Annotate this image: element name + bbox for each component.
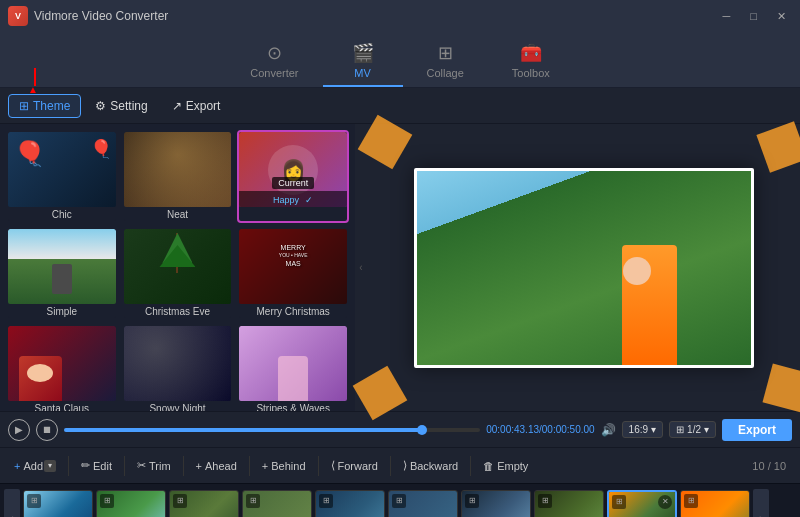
behind-button[interactable]: + Behind bbox=[254, 456, 314, 476]
progress-bar[interactable] bbox=[64, 428, 480, 432]
theme-neat-label: Neat bbox=[124, 207, 232, 221]
theme-panel: 🎈 🎈 Chic Neat bbox=[0, 124, 355, 411]
timeline-clip-9[interactable]: ⊞ 00:05 ✕ ▶ ⚙ ⏱ bbox=[607, 490, 677, 518]
ratio-select[interactable]: 16:9 ▾ bbox=[622, 421, 663, 438]
clip-count: 10 / 10 bbox=[752, 460, 794, 472]
clip-icon-3: ⊞ bbox=[173, 494, 187, 508]
app-icon: V bbox=[8, 6, 28, 26]
maximize-button[interactable]: □ bbox=[744, 8, 763, 24]
play-icon: ▶ bbox=[15, 424, 23, 435]
progress-knob[interactable] bbox=[417, 425, 427, 435]
separator-1 bbox=[68, 456, 69, 476]
theme-simple-label: Simple bbox=[8, 304, 116, 318]
sub-toolbar: ⊞ Theme ⚙ Setting ↗ Export ▲ bbox=[0, 88, 800, 124]
timeline-clip-6[interactable]: ⊞ bbox=[388, 490, 458, 518]
forward-label: Forward bbox=[338, 460, 378, 472]
edit-button[interactable]: ✏ Edit bbox=[73, 455, 120, 476]
theme-chic[interactable]: 🎈 🎈 Chic bbox=[6, 130, 118, 223]
timeline-clip-2[interactable]: ⊞ bbox=[96, 490, 166, 518]
toolbox-icon: 🧰 bbox=[520, 42, 542, 64]
close-button[interactable]: ✕ bbox=[771, 8, 792, 25]
play-button[interactable]: ▶ bbox=[8, 419, 30, 441]
behind-label: Behind bbox=[271, 460, 305, 472]
ratio-value: 16:9 bbox=[629, 424, 648, 435]
backward-button[interactable]: ⟩ Backward bbox=[395, 455, 466, 476]
tab-collage[interactable]: ⊞ Collage bbox=[403, 36, 488, 87]
clip-icon-4: ⊞ bbox=[246, 494, 260, 508]
theme-stripes-waves-label: Stripes & Waves bbox=[239, 401, 347, 411]
setting-label: Setting bbox=[110, 99, 147, 113]
page-value: 1/2 bbox=[687, 424, 701, 435]
theme-happy-label bbox=[239, 207, 347, 210]
export-button-main[interactable]: Export bbox=[722, 419, 792, 441]
timeline-clip-1[interactable]: ⊞ bbox=[23, 490, 93, 518]
tab-mv-label: MV bbox=[354, 67, 371, 79]
theme-happy[interactable]: 👩 Current Happy ✓ bbox=[237, 130, 349, 223]
tab-mv[interactable]: 🎬 MV bbox=[323, 36, 403, 87]
separator-6 bbox=[390, 456, 391, 476]
separator-2 bbox=[124, 456, 125, 476]
volume-icon[interactable]: 🔊 bbox=[601, 423, 616, 437]
clip-icon-8: ⊞ bbox=[538, 494, 552, 508]
setting-button[interactable]: ⚙ Setting bbox=[85, 95, 157, 117]
time-current: 00:00:43.13 bbox=[486, 424, 539, 435]
chevron-left-icon: ‹ bbox=[359, 262, 362, 273]
theme-grid: 🎈 🎈 Chic Neat bbox=[6, 130, 349, 411]
timeline-prev[interactable]: ‹ bbox=[4, 489, 20, 518]
theme-stripes-waves[interactable]: Stripes & Waves bbox=[237, 324, 349, 411]
trim-button[interactable]: ✂ Trim bbox=[129, 455, 179, 476]
ahead-label: Ahead bbox=[205, 460, 237, 472]
theme-neat[interactable]: Neat bbox=[122, 130, 234, 223]
empty-button[interactable]: 🗑 Empty bbox=[475, 456, 536, 476]
decorator-bottom-right bbox=[763, 364, 800, 413]
add-button[interactable]: + Add ▾ bbox=[6, 456, 64, 476]
main-content: 🎈 🎈 Chic Neat bbox=[0, 124, 800, 411]
add-dropdown-icon[interactable]: ▾ bbox=[44, 460, 56, 472]
timeline-clip-8[interactable]: ⊞ bbox=[534, 490, 604, 518]
trim-icon: ✂ bbox=[137, 459, 146, 472]
panel-divider[interactable]: ‹ bbox=[355, 124, 367, 411]
theme-button[interactable]: ⊞ Theme bbox=[8, 94, 81, 118]
timeline-clip-3[interactable]: ⊞ bbox=[169, 490, 239, 518]
tab-collage-label: Collage bbox=[427, 67, 464, 79]
timeline-clip-5[interactable]: ⊞ bbox=[315, 490, 385, 518]
theme-christmas-eve-label: Christmas Eve bbox=[124, 304, 232, 318]
timeline-clip-4[interactable]: ⊞ bbox=[242, 490, 312, 518]
add-label: Add bbox=[23, 460, 43, 472]
timeline-clip-10[interactable]: ⊞ bbox=[680, 490, 750, 518]
time-total: 00:00:50.00 bbox=[542, 424, 595, 435]
export-button-sub[interactable]: ↗ Export bbox=[162, 95, 231, 117]
stop-button[interactable]: ⏹ bbox=[36, 419, 58, 441]
page-select[interactable]: ⊞ 1/2 ▾ bbox=[669, 421, 716, 438]
title-bar-right: ─ □ ✕ bbox=[717, 8, 792, 25]
red-arrow-indicator: ▲ bbox=[28, 68, 38, 95]
timeline-next[interactable]: › bbox=[753, 489, 769, 518]
tab-toolbox[interactable]: 🧰 Toolbox bbox=[488, 36, 574, 87]
theme-label: Theme bbox=[33, 99, 70, 113]
theme-merry-christmas-label: Merry Christmas bbox=[239, 304, 347, 318]
theme-snowy-night-label: Snowy Night bbox=[124, 401, 232, 411]
timeline-clip-7[interactable]: ⊞ bbox=[461, 490, 531, 518]
empty-icon: 🗑 bbox=[483, 460, 494, 472]
title-bar-left: V Vidmore Video Converter bbox=[8, 6, 168, 26]
theme-santa-claus[interactable]: Santa Claus bbox=[6, 324, 118, 411]
tab-toolbox-label: Toolbox bbox=[512, 67, 550, 79]
minimize-button[interactable]: ─ bbox=[717, 8, 737, 24]
clip-icon-9: ⊞ bbox=[612, 495, 626, 509]
separator-7 bbox=[470, 456, 471, 476]
theme-snowy-night[interactable]: Snowy Night bbox=[122, 324, 234, 411]
page-icon: ⊞ bbox=[676, 424, 684, 435]
ahead-icon: + bbox=[196, 460, 202, 472]
converter-icon: ⊙ bbox=[267, 42, 282, 64]
forward-button[interactable]: ⟨ Forward bbox=[323, 455, 386, 476]
separator-4 bbox=[249, 456, 250, 476]
theme-icon: ⊞ bbox=[19, 99, 29, 113]
theme-merry-christmas[interactable]: MERRY YOU • HAVE MAS Merry Christmas bbox=[237, 227, 349, 320]
theme-christmas-eve[interactable]: Christmas Eve bbox=[122, 227, 234, 320]
clip-icon-2: ⊞ bbox=[100, 494, 114, 508]
ahead-button[interactable]: + Ahead bbox=[188, 456, 245, 476]
clip-delete-9[interactable]: ✕ bbox=[658, 495, 672, 509]
clip-icon-1: ⊞ bbox=[27, 494, 41, 508]
theme-simple[interactable]: Simple bbox=[6, 227, 118, 320]
tab-converter[interactable]: ⊙ Converter bbox=[226, 36, 322, 87]
